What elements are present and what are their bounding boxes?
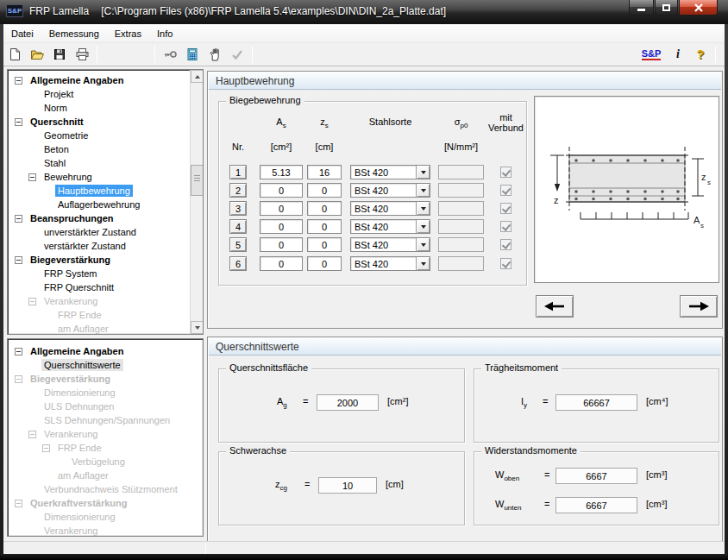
tree-item-querschnittswerte[interactable]: Querschnittswerte [9, 358, 201, 372]
tree-item-sls-dehnungen-spannungen[interactable]: SLS Dehnungen/Spannungen [9, 413, 201, 427]
tree-item-am-auflager[interactable]: am Auflager [9, 322, 201, 335]
menu-datei[interactable]: Datei [3, 26, 41, 41]
tree-item-frp-ende[interactable]: FRP Ende [9, 441, 201, 455]
about-button[interactable]: i [668, 45, 688, 64]
collapse-icon[interactable] [15, 375, 22, 383]
help-button[interactable]: ? [690, 45, 711, 64]
collapse-icon[interactable] [15, 77, 22, 85]
zs-input[interactable]: 0 [307, 256, 342, 271]
next-section-button[interactable] [680, 295, 718, 318]
tree-item-dimensionierung[interactable]: Dimensionierung [9, 510, 201, 524]
tree-item-hauptbewehrung[interactable]: Hauptbewehrung [9, 184, 201, 198]
collapse-icon[interactable] [28, 173, 36, 181]
tree-item-bewehrung[interactable]: Bewehrung [9, 170, 201, 184]
license-key-button[interactable] [160, 45, 180, 64]
tree-item-frp-system[interactable]: FRP System [9, 267, 201, 280]
print-button[interactable] [72, 45, 92, 64]
tree-item-allgemeine-angaben[interactable]: Allgemeine Angaben [9, 73, 201, 87]
chevron-down-icon[interactable] [416, 257, 430, 270]
hauptbewehrung-panel: Hauptbewehrung Biegebewehrung As zs Stah… [207, 71, 723, 329]
stahlsorte-select[interactable]: BSt 420 [350, 183, 430, 198]
tree-item-beton[interactable]: Beton [9, 142, 201, 156]
calculate-button[interactable] [182, 45, 203, 64]
row-button[interactable]: 1 [229, 165, 247, 179]
stahlsorte-select[interactable]: BSt 420 [350, 237, 430, 252]
scroll-down-button[interactable] [191, 321, 204, 334]
as-input[interactable]: 5.13 [260, 165, 303, 179]
tree-item-geometrie[interactable]: Geometrie [9, 129, 201, 142]
row-button[interactable]: 4 [229, 219, 247, 234]
tree-item-frp-ende[interactable]: FRP Ende [9, 308, 201, 322]
collapse-icon[interactable] [15, 215, 22, 223]
tree-item-norm[interactable]: Norm [9, 101, 201, 115]
maximize-button[interactable] [655, 0, 678, 16]
app-logo-icon[interactable]: S&P [6, 4, 23, 17]
tree-item-stahl[interactable]: Stahl [9, 156, 201, 170]
tree-item-projekt[interactable]: Projekt [9, 87, 201, 101]
as-input[interactable]: 0 [260, 219, 303, 234]
tree-item-auflagerbewehrung[interactable]: Auflagerbewehrung [9, 198, 201, 211]
collapse-icon[interactable] [15, 348, 22, 356]
chevron-down-icon[interactable] [416, 184, 430, 197]
tree-item-unverstaerkter-zustand[interactable]: unverstärkter Zustand [9, 225, 201, 239]
as-input[interactable]: 0 [260, 256, 303, 271]
zs-input[interactable]: 0 [307, 219, 342, 234]
row-button[interactable]: 6 [229, 256, 247, 271]
collapse-icon[interactable] [15, 118, 22, 126]
tree-item-verankerung[interactable]: Verankerung [9, 427, 201, 441]
stahlsorte-select[interactable]: BSt 420 [350, 219, 430, 234]
stop-button[interactable] [204, 45, 225, 64]
collapse-icon[interactable] [28, 431, 36, 438]
tree-item-frp-querschnitt[interactable]: FRP Querschnitt [9, 280, 201, 294]
zs-input[interactable]: 0 [307, 183, 342, 198]
collapse-icon[interactable] [15, 500, 22, 507]
tree-item-verankerung[interactable]: Verankerung [9, 294, 201, 308]
tree-item-querkraftverstaerkung[interactable]: Querkraftverstärkung [9, 496, 201, 510]
zs-input[interactable]: 0 [307, 201, 342, 216]
tree-item-querschnitt[interactable]: Querschnitt [9, 115, 201, 129]
tree-item-am-auflager[interactable]: am Auflager [9, 469, 201, 482]
save-button[interactable] [49, 45, 70, 64]
chevron-down-icon[interactable] [416, 166, 430, 179]
stahlsorte-select[interactable]: BSt 420 [350, 201, 430, 216]
validate-button[interactable] [227, 45, 248, 64]
as-input[interactable]: 0 [260, 237, 303, 252]
stahlsorte-select[interactable]: BSt 420 [350, 256, 430, 271]
zs-input[interactable]: 0 [307, 237, 342, 252]
menu-info[interactable]: Info [149, 26, 180, 41]
zs-input[interactable]: 16 [307, 165, 342, 179]
tree-item-biegeverstaerkung[interactable]: Biegeverstärkung [9, 372, 201, 386]
new-file-button[interactable] [4, 45, 25, 64]
collapse-icon[interactable] [28, 298, 36, 305]
tree-item-verankerung[interactable]: Verankerung [9, 524, 201, 537]
as-input[interactable]: 0 [260, 201, 303, 216]
collapse-icon[interactable] [15, 256, 22, 264]
chevron-down-icon[interactable] [416, 202, 430, 215]
tree-scrollbar[interactable] [190, 70, 203, 334]
open-file-button[interactable] [27, 45, 47, 64]
tree-item-biegeverstaerkung[interactable]: Biegeverstärkung [9, 253, 201, 267]
tree-item-verbundnachweis-stuetzmoment[interactable]: Verbundnachweis Stützmoment [9, 482, 201, 496]
row-button[interactable]: 2 [229, 183, 247, 198]
as-input[interactable]: 0 [260, 183, 303, 198]
sp-info-button[interactable]: S&P [637, 45, 666, 64]
row-button[interactable]: 3 [229, 201, 247, 216]
chevron-down-icon[interactable] [416, 238, 430, 251]
close-button[interactable] [679, 0, 718, 16]
chevron-down-icon[interactable] [416, 220, 430, 233]
tree-item-uls-dehnungen[interactable]: ULS Dehnungen [9, 400, 201, 413]
collapse-icon[interactable] [42, 444, 50, 452]
prev-section-button[interactable] [536, 295, 574, 318]
row-button[interactable]: 5 [229, 237, 247, 252]
scrollbar-thumb[interactable] [191, 165, 204, 196]
tree-item-allgemeine-angaben[interactable]: Allgemeine Angaben [9, 344, 201, 358]
tree-item-verstaerkter-zustand[interactable]: verstärkter Zustand [9, 239, 201, 253]
tree-item-dimensionierung[interactable]: Dimensionierung [9, 386, 201, 400]
tree-item-beanspruchungen[interactable]: Beanspruchungen [9, 211, 201, 225]
stahlsorte-select[interactable]: BSt 420 [350, 165, 430, 179]
scroll-up-button[interactable] [191, 70, 204, 83]
minimize-button[interactable] [629, 0, 654, 16]
menu-extras[interactable]: Extras [107, 26, 149, 41]
tree-item-verbuegelung[interactable]: Verbügelung [9, 455, 201, 469]
menu-bemessung[interactable]: Bemessung [41, 26, 107, 41]
